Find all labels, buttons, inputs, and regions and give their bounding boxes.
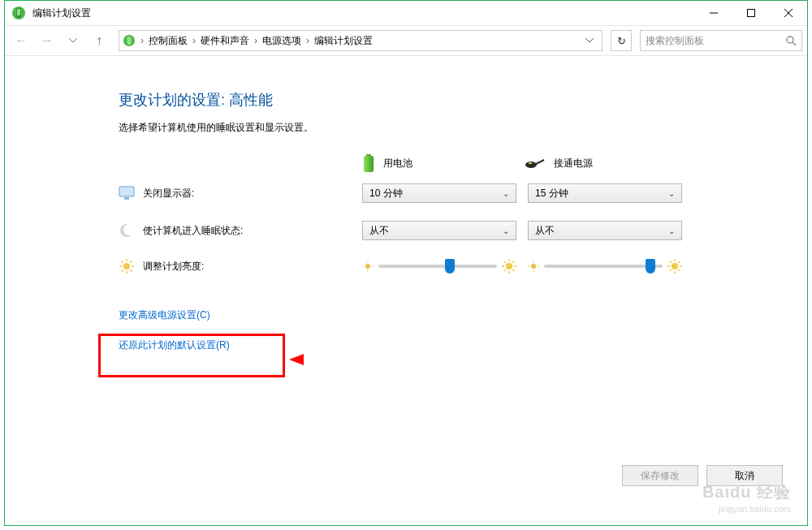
cancel-button[interactable]: 取消 [706, 465, 783, 486]
breadcrumb-item[interactable]: 电源选项 [262, 34, 301, 48]
sun-small-icon [362, 261, 374, 272]
svg-point-33 [506, 263, 512, 269]
back-button[interactable]: ← [10, 29, 32, 52]
titlebar: 编辑计划设置 [5, 1, 807, 25]
svg-rect-8 [127, 37, 132, 45]
svg-rect-12 [364, 156, 374, 172]
moon-icon [119, 222, 135, 239]
chevron-down-icon: ⌄ [503, 189, 509, 198]
page-title: 更改计划的设置: 高性能 [119, 90, 783, 110]
sun-large-icon [502, 259, 516, 274]
svg-line-53 [678, 269, 680, 271]
chevron-right-icon: › [306, 35, 309, 46]
svg-line-39 [512, 269, 514, 271]
display-off-row: 关闭显示器: 10 分钟 ⌄ 15 分钟 ⌄ [119, 183, 783, 203]
svg-point-18 [123, 224, 135, 235]
svg-point-19 [123, 263, 130, 269]
plugged-column-header: 接通电源 [525, 154, 687, 172]
brightness-battery-slider[interactable] [362, 259, 516, 274]
address-dropdown-button[interactable] [581, 38, 598, 43]
svg-line-54 [678, 261, 680, 263]
battery-icon [362, 154, 375, 172]
svg-line-24 [122, 261, 123, 263]
svg-line-40 [512, 261, 514, 263]
chevron-down-icon: ⌄ [668, 226, 675, 235]
chevron-down-icon: ⌄ [668, 189, 675, 198]
links-section: 更改高级电源设置(C) 还原此计划的默认设置(R) [119, 307, 783, 367]
svg-rect-16 [124, 197, 129, 200]
sleep-battery-select[interactable]: 从不 ⌄ [362, 221, 516, 240]
search-input[interactable] [646, 35, 785, 46]
plugged-column-label: 接通电源 [554, 157, 593, 170]
battery-column-header: 用电池 [362, 154, 525, 172]
svg-rect-15 [119, 187, 134, 196]
breadcrumb-item[interactable]: 编辑计划设置 [314, 34, 373, 48]
up-button[interactable]: ↑ [88, 29, 110, 52]
battery-column-label: 用电池 [383, 157, 412, 170]
maximize-button[interactable] [732, 1, 770, 25]
column-headers: 用电池 接通电源 [362, 154, 783, 172]
svg-point-47 [672, 263, 678, 269]
power-options-small-icon [123, 34, 136, 47]
brightness-label: 调整计划亮度: [143, 260, 281, 274]
page-content: 更改计划的设置: 高性能 选择希望计算机使用的睡眠设置和显示设置。 用电池 接通… [5, 58, 807, 525]
breadcrumb-item[interactable]: 硬件和声音 [201, 34, 249, 48]
svg-rect-4 [748, 10, 755, 17]
svg-rect-14 [529, 162, 532, 164]
svg-line-25 [130, 269, 132, 271]
display-off-battery-select[interactable]: 10 分钟 ⌄ [362, 183, 516, 203]
control-panel-window: 编辑计划设置 ← → ↑ › 控制面板 › 硬件和声音 › 电源选项 › 编辑计… [4, 0, 808, 526]
slider-thumb[interactable] [646, 259, 655, 274]
footer-buttons: 保存修改 取消 [622, 465, 783, 486]
display-off-label: 关闭显示器: [143, 187, 281, 200]
slider-thumb[interactable] [445, 259, 455, 274]
restore-defaults-link[interactable]: 还原此计划的默认设置(R) [119, 338, 230, 352]
svg-line-26 [130, 261, 132, 263]
search-icon[interactable] [785, 35, 797, 46]
navigation-toolbar: ← → ↑ › 控制面板 › 硬件和声音 › 电源选项 › 编辑计划设置 ↻ [5, 25, 807, 56]
chevron-right-icon: › [140, 35, 144, 46]
forward-button[interactable]: → [36, 29, 58, 52]
chevron-right-icon: › [192, 35, 196, 46]
svg-point-42 [531, 264, 536, 269]
svg-line-55 [670, 269, 672, 271]
power-options-icon [11, 6, 26, 20]
search-box[interactable] [640, 30, 802, 51]
sun-large-icon [667, 259, 682, 274]
display-off-plugged-select[interactable]: 15 分钟 ⌄ [528, 183, 682, 203]
page-subtitle: 选择希望计算机使用的睡眠设置和显示设置。 [119, 121, 783, 135]
recent-locations-button[interactable] [62, 29, 84, 52]
svg-rect-2 [17, 9, 20, 15]
window-title: 编辑计划设置 [32, 6, 695, 20]
svg-line-10 [793, 42, 796, 45]
chevron-down-icon: ⌄ [503, 226, 509, 235]
minimize-button[interactable] [695, 1, 732, 25]
svg-line-38 [504, 261, 506, 263]
breadcrumb-item[interactable]: 控制面板 [149, 34, 188, 48]
sun-small-icon [528, 261, 539, 272]
monitor-icon [119, 185, 135, 201]
svg-line-27 [122, 269, 123, 271]
brightness-plugged-slider[interactable] [528, 259, 682, 274]
svg-point-28 [365, 264, 370, 269]
brightness-row: 调整计划亮度: [119, 258, 783, 274]
svg-line-52 [670, 261, 672, 263]
plug-icon [525, 157, 546, 170]
advanced-power-settings-link[interactable]: 更改高级电源设置(C) [119, 308, 210, 322]
address-bar[interactable]: › 控制面板 › 硬件和声音 › 电源选项 › 编辑计划设置 [119, 30, 603, 51]
refresh-button[interactable]: ↻ [611, 30, 632, 51]
save-button[interactable]: 保存修改 [622, 465, 698, 486]
svg-line-41 [504, 269, 506, 271]
sleep-row: 使计算机进入睡眠状态: 从不 ⌄ 从不 ⌄ [119, 221, 783, 240]
window-controls [695, 1, 807, 25]
chevron-right-icon: › [254, 35, 257, 46]
sleep-plugged-select[interactable]: 从不 ⌄ [528, 221, 682, 240]
svg-point-9 [787, 37, 793, 43]
sleep-label: 使计算机进入睡眠状态: [143, 224, 281, 238]
sun-icon [119, 258, 135, 274]
close-button[interactable] [770, 1, 807, 25]
